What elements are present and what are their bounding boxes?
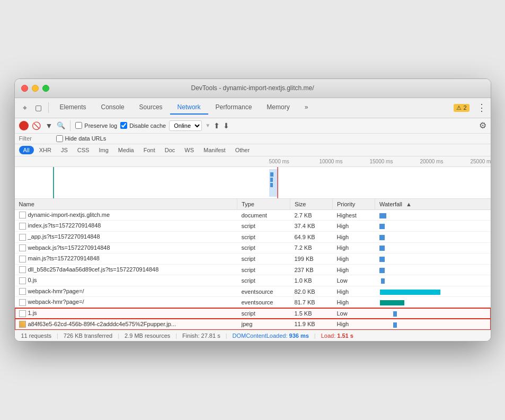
record-button[interactable] [19,121,29,130]
waterfall-bar [380,300,404,305]
type-filter-doc[interactable]: Doc [161,146,180,154]
type-filter-media[interactable]: Media [114,146,138,154]
cell-name: webpack.js?ts=1572270914848 [15,242,237,253]
table-row[interactable]: webpack-hmr?page=/eventsource82.0 KBHigh [15,286,491,297]
type-filter-xhr[interactable]: XHR [35,146,56,154]
network-table: Name Type Size Priority Waterfall ▲ dyna… [15,199,491,330]
type-filter-css[interactable]: CSS [73,146,94,154]
waterfall-bar [380,290,440,295]
tab-memory[interactable]: Memory [259,101,297,115]
file-icon [19,266,26,273]
waterfall-bar [379,213,386,218]
file-icon [19,234,26,241]
filter-input[interactable] [19,135,46,142]
filter-icon[interactable]: ▼ [45,120,54,131]
waterfall-bar [379,246,385,251]
cell-type: jpeg [237,319,290,330]
cell-type: script [237,231,290,242]
cell-type: eventsource [237,286,290,297]
preserve-log-input[interactable] [75,122,82,129]
type-filter-js[interactable]: JS [57,146,72,154]
tab-elements[interactable]: Elements [52,101,94,115]
tab-network[interactable]: Network [170,101,208,115]
col-header-type[interactable]: Type [237,199,290,210]
more-options-icon[interactable]: ⋮ [477,102,486,113]
col-header-waterfall[interactable]: Waterfall ▲ [375,199,491,210]
file-icon [19,212,26,218]
col-header-size[interactable]: Size [290,199,333,210]
tab-sources[interactable]: Sources [132,101,170,115]
ruler-15000: 15000 ms [370,159,420,164]
cell-priority: High [333,242,375,253]
col-header-name[interactable]: Name [15,199,237,210]
settings-icon[interactable]: ⚙ [479,120,486,130]
type-filter-all[interactable]: All [19,146,34,154]
type-filter-ws[interactable]: WS [180,146,198,154]
warning-badge[interactable]: ⚠ 2 [454,104,469,112]
inspect-icon[interactable]: ▢ [33,102,45,113]
tab-console[interactable]: Console [94,101,132,115]
disable-cache-checkbox[interactable]: Disable cache [120,122,166,129]
cell-type: eventsource [237,297,290,308]
hide-data-urls-checkbox[interactable] [56,135,63,142]
network-table-container: Name Type Size Priority Waterfall ▲ dyna… [15,199,491,330]
tab-more[interactable]: » [297,101,316,115]
table-row[interactable]: dynamic-import-nextjs.glitch.medocument2… [15,209,491,221]
status-bar: 11 requests | 726 KB transferred | 2.9 M… [15,330,491,341]
waterfall-bar [379,268,385,273]
cell-name: index.js?ts=1572270914848 [15,221,237,232]
devtools-toolbar: ⌖ ▢ Elements Console Sources Network Per… [15,98,491,118]
cell-priority: Highest [333,209,375,221]
cell-name: main.js?ts=1572270914848 [15,253,237,265]
import-icon[interactable]: ⬆ [214,121,220,130]
cell-priority: High [333,297,375,308]
cursor-icon[interactable]: ⌖ [19,102,31,113]
table-row[interactable]: 0.jsscript1.0 KBLow [15,275,491,286]
throttle-select[interactable]: Online [169,120,202,131]
type-filter-font[interactable]: Font [139,146,160,154]
load-label: Load: 1.51 s [321,332,353,339]
cell-waterfall [375,275,491,286]
table-row[interactable]: 1.jsscript1.5 KBLow [15,308,491,319]
load-line [277,167,278,199]
type-filter-manifest[interactable]: Manifest [199,146,230,154]
type-filter-other[interactable]: Other [231,146,254,154]
export-icon[interactable]: ⬇ [223,121,229,130]
table-row[interactable]: _app.js?ts=1572270914848script64.9 KBHig… [15,231,491,242]
file-icon [19,244,26,251]
disable-cache-input[interactable] [120,122,127,129]
minimize-button[interactable] [32,85,39,92]
clear-button[interactable]: 🚫 [32,121,41,130]
close-button[interactable] [21,85,28,92]
table-row[interactable]: main.js?ts=1572270914848script199 KBHigh [15,253,491,265]
cell-waterfall [375,242,491,253]
file-icon [19,299,26,306]
cell-size: 2.7 KB [290,209,333,221]
timeline-chart [15,167,491,199]
waterfall-bar [379,224,385,229]
timeline-ruler: 5000 ms 10000 ms 15000 ms 20000 ms 25000… [15,156,491,167]
table-row[interactable]: index.js?ts=1572270914848script37.4 KBHi… [15,221,491,232]
search-icon[interactable]: 🔍 [57,121,65,129]
cell-size: 64.9 KB [290,231,333,242]
table-header-row: Name Type Size Priority Waterfall ▲ [15,199,491,210]
request-count: 11 requests [21,332,51,339]
dom-content-loaded-label: DOMContentLoaded: 936 ms [233,332,309,339]
table-row[interactable]: webpack.js?ts=1572270914848script7.2 KBH… [15,242,491,253]
maximize-button[interactable] [42,85,49,92]
preserve-log-checkbox[interactable]: Preserve log [75,122,117,129]
table-row[interactable]: a84f63e5-62cd-456b-89f4-c2adddc4e575%2Fp… [15,319,491,330]
col-header-priority[interactable]: Priority [333,199,375,210]
title-bar: DevTools - dynamic-import-nextjs.glitch.… [15,79,491,98]
cell-priority: Low [333,308,375,319]
cell-waterfall [375,319,491,330]
network-toolbar: 🚫 ▼ 🔍 Preserve log Disable cache Online … [15,118,491,134]
file-icon [19,223,26,230]
table-row[interactable]: dll_b58c257da4aa56d89cef.js?ts=157227091… [15,264,491,275]
dom-content-loaded-line [53,167,54,199]
type-filter-img[interactable]: Img [94,146,112,154]
tab-performance[interactable]: Performance [208,101,260,115]
cell-waterfall [375,286,491,297]
table-row[interactable]: webpack-hmr?page=/eventsource81.7 KBHigh [15,297,491,308]
cell-waterfall [375,221,491,232]
